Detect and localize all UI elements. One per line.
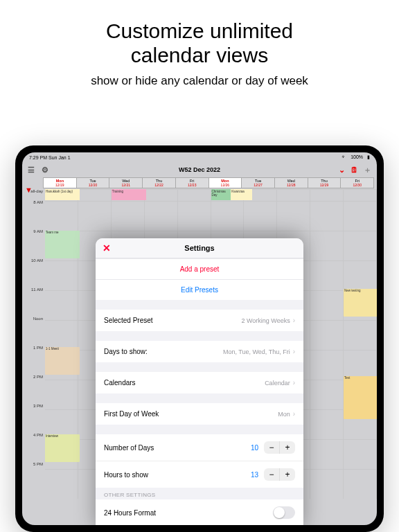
chevron-right-icon: › bbox=[293, 410, 295, 418]
battery-icon: ▮ bbox=[367, 154, 370, 159]
gear-icon[interactable]: ⚙ bbox=[42, 162, 48, 177]
day-column[interactable]: Tue12/20 bbox=[77, 177, 110, 188]
status-right: ᯤ 100% ▮ bbox=[339, 154, 370, 160]
num-days-stepper[interactable]: −+ bbox=[264, 441, 295, 454]
tablet-frame: 7:29 PM Sun Jan 1 ᯤ 100% ▮ ☰ ⚙ W52 Dec 2… bbox=[15, 145, 384, 532]
edit-presets-button[interactable]: Edit Presets bbox=[96, 279, 303, 300]
settings-title: Settings bbox=[184, 244, 214, 252]
hours-stepper[interactable]: −+ bbox=[264, 468, 295, 481]
event-test[interactable]: Test bbox=[344, 376, 377, 419]
hero-subtitle: show or hide any calendar or day of week bbox=[14, 74, 385, 88]
day-column[interactable]: Fri12/30 bbox=[341, 177, 374, 188]
event-oneone[interactable]: 1-1 Meeti bbox=[45, 347, 80, 375]
time-column: all-day8 AM9 AM10 AM11 AMNoon1 PM2 PM3 P… bbox=[22, 189, 45, 515]
close-icon[interactable]: ✕ bbox=[103, 243, 111, 253]
status-time: 7:29 PM Sun Jan 1 bbox=[29, 155, 71, 160]
row-24-hours: 24 Hours Format bbox=[96, 499, 303, 525]
day-column[interactable]: Tue12/27 bbox=[242, 177, 275, 188]
add-preset-button[interactable]: Add a preset bbox=[96, 258, 303, 279]
event-interview[interactable]: Interview bbox=[45, 434, 80, 462]
time-label: 11 AM bbox=[22, 287, 43, 317]
event-kwanzaa[interactable]: Kwanzaa bbox=[231, 189, 252, 200]
minus-icon[interactable]: − bbox=[264, 468, 280, 481]
day-column[interactable]: Mon12/19 bbox=[43, 177, 77, 188]
plus-icon[interactable]: + bbox=[280, 468, 295, 481]
time-label: 10 AM bbox=[22, 258, 43, 287]
minus-icon[interactable]: − bbox=[264, 441, 280, 454]
time-label: 3 PM bbox=[22, 404, 43, 433]
settings-header: ✕ Settings bbox=[96, 238, 303, 258]
day-column[interactable]: Thu12/22 bbox=[143, 177, 176, 188]
list-icon[interactable]: ☰ bbox=[28, 162, 35, 177]
day-column[interactable]: Thu12/29 bbox=[308, 177, 342, 188]
chevron-down-icon[interactable]: ⌄ bbox=[339, 162, 345, 177]
event-christmas[interactable]: Christmas Day bbox=[211, 189, 233, 200]
row-selected-preset[interactable]: Selected Preset 2 Working Weeks› bbox=[96, 310, 303, 331]
hero-title-2: calendar views bbox=[131, 44, 268, 66]
day-column[interactable]: Fri12/23 bbox=[176, 177, 209, 188]
status-bar: 7:29 PM Sun Jan 1 ᯤ 100% ▮ bbox=[22, 152, 377, 162]
num-days-value: 10 bbox=[251, 444, 258, 452]
other-settings-header: OTHER SETTINGS bbox=[96, 488, 303, 499]
event-team[interactable]: Team me bbox=[45, 231, 80, 258]
title-bar: ☰ ⚙ W52 Dec 2022 ⌄ 🗓 ＋ bbox=[22, 162, 377, 177]
hero-title-1: Customize unlimited bbox=[106, 19, 293, 42]
time-label: all-day bbox=[22, 189, 43, 200]
grid-row bbox=[45, 201, 377, 231]
chevron-right-icon: › bbox=[293, 348, 295, 355]
time-label: 1 PM bbox=[22, 346, 43, 375]
settings-modal: ✕ Settings Add a preset Edit Presets Sel… bbox=[96, 238, 303, 525]
wifi-icon: ᯤ bbox=[342, 154, 346, 159]
time-label: Noon bbox=[22, 317, 43, 346]
row-days-to-show[interactable]: Days to show: Mon, Tue, Wed, Thu, Fri› bbox=[96, 341, 303, 362]
screen: 7:29 PM Sun Jan 1 ᯤ 100% ▮ ☰ ⚙ W52 Dec 2… bbox=[22, 152, 377, 525]
time-label: 4 PM bbox=[22, 433, 43, 462]
row-calendars[interactable]: Calendars Calendar› bbox=[96, 372, 303, 393]
day-column[interactable]: Mon12/26 bbox=[209, 177, 242, 188]
event-newtesting[interactable]: New testing bbox=[344, 289, 377, 317]
time-label: 2 PM bbox=[22, 375, 43, 404]
plus-icon[interactable]: + bbox=[280, 441, 295, 454]
row-hours-to-show: Hours to show 13 −+ bbox=[96, 461, 303, 488]
battery-percent: 100% bbox=[351, 154, 363, 159]
event-hanukkah[interactable]: Hanukkah (1st day) bbox=[45, 189, 80, 200]
plus-icon[interactable]: ＋ bbox=[364, 162, 371, 177]
row-number-of-days: Number of Days 10 −+ bbox=[96, 434, 303, 461]
day-column[interactable]: Wed12/21 bbox=[109, 177, 143, 188]
row-first-day[interactable]: First Day of Week Mon› bbox=[96, 403, 303, 425]
time-label: 9 AM bbox=[22, 229, 43, 258]
hours-value: 13 bbox=[251, 471, 258, 479]
time-label: 5 PM bbox=[22, 462, 43, 491]
chevron-right-icon: › bbox=[293, 379, 295, 387]
day-header: Mon12/19Tue12/20Wed12/21Thu12/22Fri12/23… bbox=[43, 177, 374, 188]
toggle-24-hours[interactable] bbox=[273, 506, 295, 519]
calendar-add-icon[interactable]: 🗓 bbox=[351, 162, 358, 177]
chevron-right-icon: › bbox=[293, 317, 295, 324]
time-label: 8 AM bbox=[22, 200, 43, 229]
day-column[interactable]: Wed12/28 bbox=[275, 177, 308, 188]
page-title: W52 Dec 2022 bbox=[179, 166, 220, 173]
event-training[interactable]: Training bbox=[112, 189, 146, 200]
